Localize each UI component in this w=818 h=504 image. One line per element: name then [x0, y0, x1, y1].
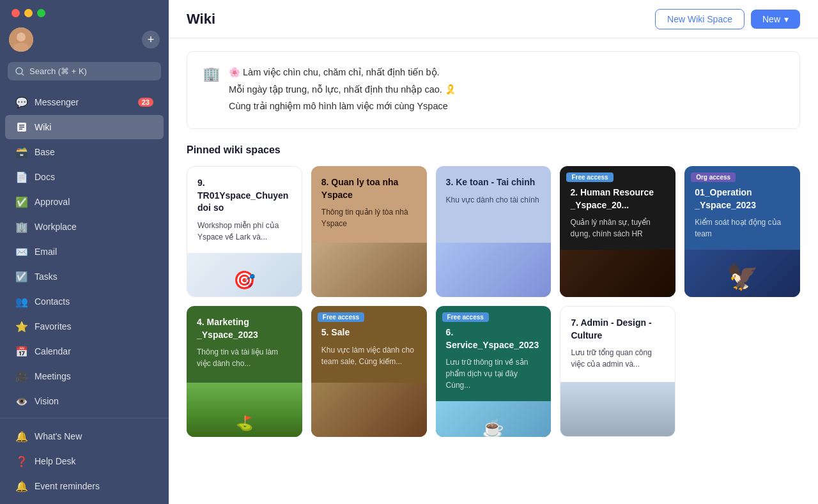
svg-line-4 [22, 73, 24, 75]
wiki-card-3[interactable]: 3. Ke toan - Tai chinh Khu vực dành cho … [436, 166, 552, 297]
access-badge: Free access [442, 312, 489, 322]
sidebar-item-help-desk[interactable]: ❓ Help Desk [5, 449, 164, 473]
sidebar-item-label: Email [35, 247, 57, 257]
banner: 🏢 🌸 Làm việc chìn chu, chăm chỉ, nhất đị… [187, 51, 800, 129]
sidebar-item-vision[interactable]: 👁️ Vision [5, 389, 164, 413]
close-traffic-light[interactable] [12, 9, 20, 17]
sidebar-nav: 💬 Messenger 23 Wiki 🗃️ Base 📄 Docs [0, 87, 169, 418]
wiki-card-9[interactable]: 7. Admin - Design - Culture Lưu trữ tổng… [560, 306, 675, 437]
card-content: 3. Ke toan - Tai chinh Khu vực dành cho … [436, 166, 552, 243]
card-image: 🦅 [684, 250, 800, 297]
access-badge: Free access [566, 172, 613, 182]
contacts-icon: 👥 [15, 295, 28, 308]
maximize-traffic-light[interactable] [37, 9, 45, 17]
org-access-badge: Org access [691, 172, 736, 182]
base-icon: 🗃️ [15, 146, 28, 158]
sidebar-item-label: Base [35, 147, 55, 157]
pinned-section-title: Pinned wiki spaces [187, 144, 800, 156]
card-image [311, 383, 427, 437]
card-title: 01_Operation _Yspace_2023 [695, 187, 790, 211]
new-label: New [762, 14, 780, 24]
card-image: 🎯 [187, 253, 302, 297]
avatar[interactable] [9, 27, 33, 52]
sidebar-item-label: Messenger [35, 97, 79, 107]
messenger-icon: 💬 [15, 96, 28, 109]
sidebar-item-label: What's New [35, 431, 82, 441]
minimize-traffic-light[interactable] [24, 9, 33, 17]
card-desc: Quản lý nhân sự, tuyển dụng, chính sách … [570, 217, 665, 240]
card-desc: Khu vực dành cho tài chính [446, 194, 541, 206]
sidebar-item-label: Vision [35, 396, 59, 406]
sidebar-item-base[interactable]: 🗃️ Base [5, 140, 164, 164]
sidebar-item-wiki[interactable]: Wiki [5, 115, 164, 139]
whats-new-icon: 🔔 [15, 430, 28, 443]
wiki-card-1[interactable]: 9. TR01Yspace_Chuyen doi so Workshop miễ… [187, 166, 302, 297]
new-button[interactable]: New ▾ [751, 10, 800, 29]
sidebar-item-calendar[interactable]: 📅 Calendar [5, 339, 164, 363]
sidebar-item-favorites[interactable]: ⭐ Favorites [5, 314, 164, 339]
sidebar-item-messenger[interactable]: 💬 Messenger 23 [5, 90, 164, 114]
card-content: 4. Marketing _Yspace_2023 Thông tin và t… [187, 306, 302, 383]
favorites-icon: ⭐ [15, 320, 28, 333]
sidebar-item-approval[interactable]: ✅ Approval [5, 190, 164, 214]
chevron-down-icon: ▾ [784, 14, 789, 24]
sidebar-item-label: Meetings [35, 371, 71, 381]
card-desc: Khu vực làm việc dành cho team sale, Cùn… [321, 344, 417, 367]
main-content: Wiki New Wiki Space New ▾ 🏢 🌸 Làm việc c… [169, 0, 818, 504]
sidebar-item-whats-new[interactable]: 🔔 What's New [5, 424, 164, 448]
banner-line1: 🌸 Làm việc chìn chu, chăm chỉ, nhất định… [229, 65, 456, 80]
sidebar-item-meetings[interactable]: 🎥 Meetings [5, 364, 164, 388]
page-title: Wiki [187, 11, 215, 27]
add-button[interactable]: + [142, 31, 160, 49]
card-desc: Lưu trữ thông tin về sản phẩm dịch vụ tạ… [446, 356, 541, 391]
card-desc: Kiểm soát hoạt động của team [695, 217, 790, 240]
card-content: 7. Admin - Design - Culture Lưu trữ tổng… [560, 307, 675, 382]
sidebar-item-label: Help Desk [35, 456, 76, 466]
tasks-icon: ☑️ [15, 270, 28, 283]
sidebar-item-tasks[interactable]: ☑️ Tasks [5, 264, 164, 289]
sidebar-item-contacts[interactable]: 👥 Contacts [5, 289, 164, 314]
search-bar[interactable]: Search (⌘ + K) [8, 62, 161, 80]
workplace-icon: 🏢 [15, 220, 28, 233]
new-wiki-space-button[interactable]: New Wiki Space [655, 9, 745, 29]
sidebar-item-label: Favorites [35, 321, 72, 332]
card-title: 2. Human Resource _Yspace_20... [570, 187, 665, 211]
wiki-icon [15, 121, 28, 134]
wiki-card-8[interactable]: Free access 6. Service_Yspace_2023 Lưu t… [436, 306, 552, 437]
meetings-icon: 🎥 [15, 370, 28, 383]
event-reminders-icon: 🔔 [15, 480, 28, 493]
sidebar-bottom: 🔔 What's New ❓ Help Desk 🔔 Event reminde… [0, 418, 169, 504]
sidebar-item-label: Event reminders [35, 481, 100, 491]
sidebar-item-label: Workplace [35, 222, 77, 232]
search-icon [15, 67, 24, 76]
main-body: 🏢 🌸 Làm việc chìn chu, chăm chỉ, nhất đị… [169, 38, 818, 504]
card-image [560, 250, 675, 297]
card-desc: Thông tin quản lý tòa nhà Yspace [321, 206, 417, 229]
vision-icon: 👁️ [15, 395, 28, 408]
sidebar-item-docs[interactable]: 📄 Docs [5, 165, 164, 189]
sidebar-item-email[interactable]: ✉️ Email [5, 240, 164, 264]
wiki-card-2[interactable]: 8. Quan ly toa nha Yspace Thông tin quản… [311, 166, 427, 297]
banner-icon: 🏢 [203, 66, 220, 82]
access-badge: Free access [318, 312, 364, 322]
calendar-icon: 📅 [15, 345, 28, 358]
card-content: 8. Quan ly toa nha Yspace Thông tin quản… [311, 166, 427, 243]
email-icon: ✉️ [15, 245, 28, 258]
approval-icon: ✅ [15, 195, 28, 208]
wiki-card-5[interactable]: Org access 01_Operation _Yspace_2023 Kiể… [684, 166, 800, 297]
sidebar-item-label: Contacts [35, 296, 70, 307]
sidebar-item-label: Calendar [35, 346, 71, 356]
card-image: ⛳ [187, 383, 302, 437]
card-title: 9. TR01Yspace_Chuyen doi so [197, 177, 291, 215]
banner-line3: Cùng trải nghiệm mô hình làm việc mới cù… [229, 98, 456, 114]
wiki-card-4[interactable]: Free access 2. Human Resource _Yspace_20… [560, 166, 675, 297]
sidebar-item-label: Docs [35, 172, 55, 182]
wiki-card-6[interactable]: 4. Marketing _Yspace_2023 Thông tin và t… [187, 306, 302, 437]
wiki-card-7[interactable]: Free access 5. Sale Khu vực làm việc dàn… [311, 306, 427, 437]
sidebar-item-label: Approval [35, 197, 70, 207]
sidebar-item-event-reminders[interactable]: 🔔 Event reminders [5, 474, 164, 498]
sidebar-item-workplace[interactable]: 🏢 Workplace [5, 215, 164, 239]
card-desc: Lưu trữ tổng quan công việc của admin và… [571, 347, 665, 370]
header-actions: New Wiki Space New ▾ [655, 9, 800, 29]
card-image [560, 382, 675, 436]
